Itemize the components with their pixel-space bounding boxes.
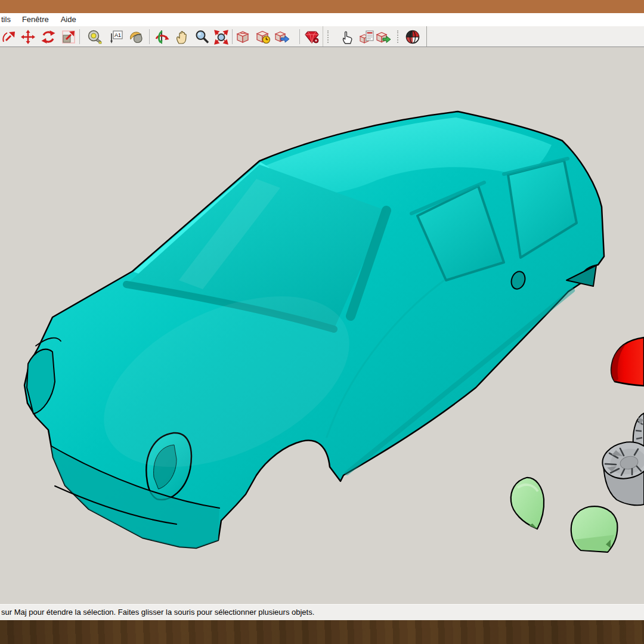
component-attributes-icon	[376, 29, 391, 45]
zoom-icon	[194, 29, 210, 45]
pan-tool-button[interactable]	[173, 28, 191, 45]
extension-gem-icon	[304, 29, 320, 45]
measure-tape-icon	[87, 29, 103, 45]
desktop-wallpaper-bottom	[0, 620, 644, 644]
desktop-wallpaper-top	[0, 0, 644, 13]
move-icon	[20, 29, 36, 45]
toolbar: A1	[0, 26, 644, 47]
toolbar-separator	[232, 29, 233, 44]
menu-aide[interactable]: Aide	[55, 14, 82, 26]
warehouse-model-button[interactable]	[234, 28, 252, 45]
text-tool-button[interactable]: A1	[107, 28, 125, 45]
scale-icon	[61, 29, 76, 45]
toolbar-separator	[149, 29, 150, 44]
zoom-extents-button[interactable]	[212, 28, 230, 45]
model-scene[interactable]	[0, 48, 644, 604]
viewport-canvas[interactable]	[0, 48, 644, 604]
warehouse-model-icon	[235, 29, 250, 45]
interact-pointer-icon	[340, 29, 355, 45]
statusbar: sur Maj pour étendre la sélection. Faite…	[0, 604, 644, 620]
status-message: sur Maj pour étendre la sélection. Faite…	[0, 605, 314, 620]
text-label-icon: A1	[108, 29, 123, 45]
scale-tool-button[interactable]	[60, 28, 78, 45]
paint-bucket-button[interactable]	[127, 28, 145, 45]
interact-tool-button[interactable]	[339, 28, 357, 45]
offset-tool-button[interactable]	[1, 28, 18, 45]
menubar: tils Fenêtre Aide	[0, 13, 644, 26]
move-tool-button[interactable]	[19, 28, 37, 45]
toolbar-separator	[299, 29, 300, 44]
zoom-extents-icon	[213, 29, 229, 45]
offset-icon	[2, 29, 17, 45]
component-options-icon	[359, 29, 374, 45]
rotate-icon	[41, 29, 56, 45]
add-location-button[interactable]	[404, 28, 422, 45]
toolbar-separator	[79, 29, 80, 44]
warehouse-history-icon	[255, 29, 271, 45]
menu-fenetre[interactable]: Fenêtre	[16, 14, 55, 26]
svg-text:A1: A1	[114, 32, 121, 38]
toolbar-grip[interactable]	[327, 30, 329, 43]
measure-tool-button[interactable]	[86, 28, 104, 45]
rotate-tool-button[interactable]	[39, 28, 57, 45]
component-options-button[interactable]	[358, 28, 376, 45]
send-layout-icon	[274, 29, 290, 45]
toolbar-grip[interactable]	[397, 30, 398, 43]
orbit-icon	[154, 29, 169, 45]
toolbar-boundary	[323, 26, 323, 47]
wheel-rim-front[interactable]	[599, 438, 644, 505]
headlight-cover-left[interactable]	[511, 478, 544, 529]
warehouse-history-button[interactable]	[254, 28, 272, 45]
paint-bucket-icon	[128, 29, 144, 45]
toolbar-boundary	[426, 26, 427, 47]
headlight-cover-right[interactable]	[571, 506, 618, 552]
zoom-tool-button[interactable]	[193, 28, 211, 45]
pan-hand-icon	[174, 29, 190, 45]
globe-icon	[405, 29, 420, 45]
component-attributes-button[interactable]	[374, 28, 392, 45]
seat-shell[interactable]	[611, 338, 644, 386]
extension-warehouse-button[interactable]	[303, 28, 321, 45]
send-layout-button[interactable]	[273, 28, 291, 45]
orbit-tool-button[interactable]	[153, 28, 171, 45]
menu-outils-cropped[interactable]: tils	[0, 14, 16, 26]
